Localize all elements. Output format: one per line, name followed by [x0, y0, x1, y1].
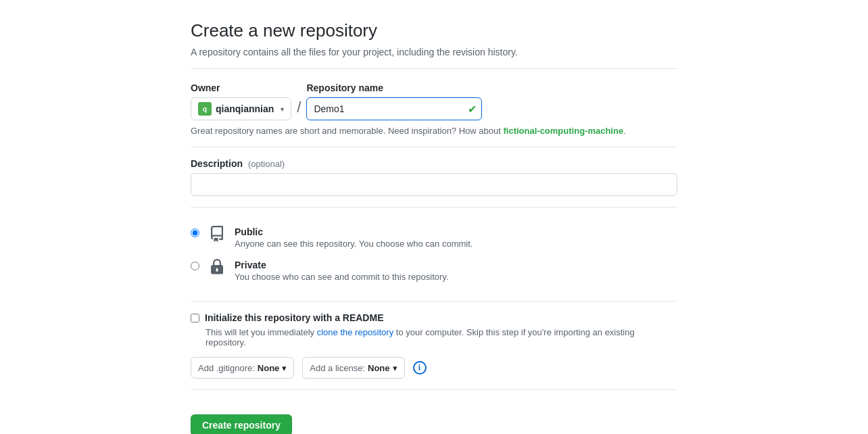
create-repository-button[interactable]: Create repository — [191, 414, 292, 434]
description-label: Description (optional) — [191, 158, 677, 169]
private-text: Private You choose who can see and commi… — [235, 260, 449, 282]
readme-checkbox-row: Initialize this repository with a README — [191, 312, 677, 323]
gitignore-dropdown[interactable]: Add .gitignore: None ▾ — [191, 357, 294, 379]
suggestion-text-after: . — [623, 126, 626, 136]
license-label: Add a license: — [310, 363, 365, 373]
public-option: Public Anyone can see this repository. Y… — [191, 221, 677, 254]
suggestion-text-before: Great repository names are short and mem… — [191, 126, 503, 136]
private-title: Private — [235, 260, 449, 270]
visibility-divider — [191, 301, 677, 302]
repo-name-label: Repository name — [306, 82, 482, 93]
owner-select[interactable]: q qianqiannian ▾ — [191, 97, 291, 120]
readme-label: Initialize this repository with a README — [205, 312, 383, 323]
private-desc: You choose who can see and commit to thi… — [235, 272, 449, 282]
gitignore-value: None — [258, 363, 280, 373]
valid-check-icon: ✔ — [468, 103, 477, 116]
suggestion-link[interactable]: fictional-computing-machine — [503, 126, 623, 136]
private-option: Private You choose who can see and commi… — [191, 254, 677, 287]
owner-label: Owner — [191, 82, 291, 93]
description-input[interactable] — [191, 173, 677, 196]
public-text: Public Anyone can see this repository. Y… — [235, 226, 473, 249]
owner-avatar: q — [198, 102, 212, 116]
repo-name-group: Repository name ✔ — [306, 82, 482, 120]
owner-group: Owner q qianqiannian ▾ — [191, 82, 291, 120]
description-optional: (optional) — [248, 159, 285, 169]
page-title: Create a new repository — [191, 20, 677, 41]
repo-name-input[interactable] — [306, 97, 482, 120]
public-desc: Anyone can see this repository. You choo… — [235, 239, 473, 249]
license-dropdown[interactable]: Add a license: None ▾ — [302, 357, 404, 379]
suggestion-text: Great repository names are short and mem… — [191, 126, 677, 136]
page-subtitle: A repository contains all the files for … — [191, 47, 677, 57]
description-group: Description (optional) — [191, 158, 677, 196]
public-radio[interactable] — [191, 228, 199, 237]
form-section: Owner q qianqiannian ▾ / Repository name… — [191, 82, 677, 434]
private-radio[interactable] — [191, 262, 199, 270]
slash-separator: / — [297, 96, 301, 120]
info-icon[interactable]: i — [413, 361, 427, 375]
license-value: None — [368, 363, 390, 373]
initialize-divider — [191, 389, 677, 390]
visibility-section: Public Anyone can see this repository. Y… — [191, 221, 677, 287]
owner-repo-divider — [191, 147, 677, 147]
header-divider — [191, 68, 677, 69]
description-divider — [191, 207, 677, 208]
clone-link[interactable]: clone the repository — [317, 327, 393, 337]
private-icon — [208, 258, 226, 280]
page-container: Create a new repository A repository con… — [177, 0, 691, 434]
gitignore-label: Add .gitignore: — [198, 363, 255, 373]
dropdowns-row: Add .gitignore: None ▾ Add a license: No… — [191, 357, 677, 379]
gitignore-arrow-icon: ▾ — [282, 363, 287, 373]
owner-repo-row: Owner q qianqiannian ▾ / Repository name… — [191, 82, 677, 120]
owner-dropdown-arrow: ▾ — [281, 105, 284, 113]
public-icon — [208, 225, 226, 247]
initialize-section: Initialize this repository with a README… — [191, 312, 677, 379]
readme-desc: This will let you immediately clone the … — [206, 327, 677, 347]
license-arrow-icon: ▾ — [393, 363, 397, 373]
readme-checkbox[interactable] — [191, 314, 199, 322]
repo-name-input-wrapper: ✔ — [306, 97, 482, 120]
owner-name: qianqiannian — [216, 103, 274, 114]
avatar-initials: q — [203, 105, 207, 113]
public-title: Public — [235, 226, 473, 237]
